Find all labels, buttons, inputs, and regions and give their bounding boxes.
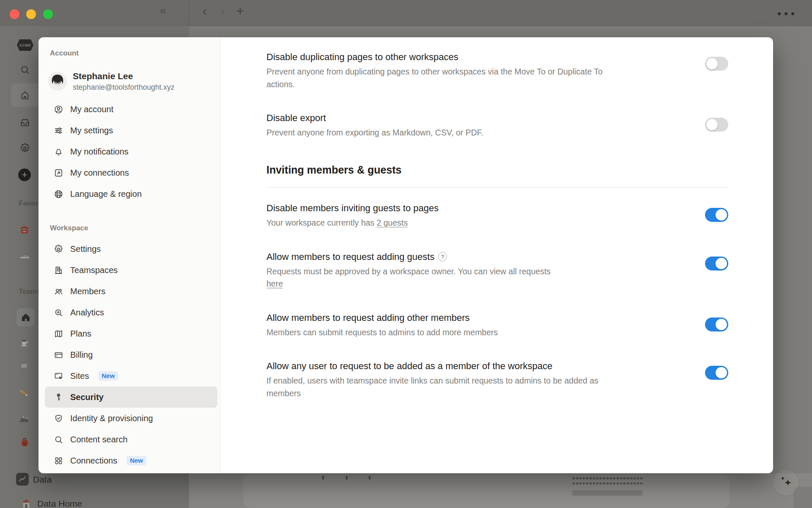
- sliders-icon: [54, 126, 63, 135]
- sidebar-item-my-notifications[interactable]: My notifications: [45, 141, 217, 162]
- setting-row-disable-duplicating: Disable duplicating pages to other works…: [266, 52, 728, 91]
- forward-icon[interactable]: ›: [221, 5, 225, 17]
- data-home-page-icon[interactable]: [21, 498, 32, 508]
- sidebar-item-my-account[interactable]: My account: [45, 99, 217, 120]
- grid-icon: [54, 456, 63, 466]
- avatar: [49, 72, 66, 90]
- mountain-page-icon[interactable]: [18, 412, 30, 424]
- sidebar-item-billing[interactable]: Billing: [45, 344, 217, 365]
- zoom-button[interactable]: [43, 9, 53, 19]
- globe-icon: [54, 189, 63, 199]
- data-page-icon[interactable]: [16, 473, 29, 486]
- workspace-logo[interactable]: ACME: [17, 39, 33, 51]
- new-page-icon[interactable]: +: [18, 168, 31, 181]
- setting-row-request-guests: Allow members to request adding guests? …: [266, 251, 728, 290]
- user-name: Stephanie Lee: [73, 71, 175, 82]
- section-divider: [266, 187, 728, 188]
- toggle-request-members[interactable]: [705, 318, 728, 331]
- user-profile[interactable]: Stephanie Lee stephanie@toolsforthought.…: [49, 69, 220, 94]
- sidebar-item-data[interactable]: Data: [33, 475, 52, 485]
- backpack-page-icon[interactable]: [19, 436, 30, 448]
- section-heading: Inviting members & guests: [266, 164, 728, 176]
- toggle-disable-export[interactable]: [705, 118, 728, 132]
- people-icon: [54, 287, 63, 296]
- key-icon: [54, 392, 63, 402]
- settings-dialog: Account Stephanie Lee stephanie@toolsfor…: [38, 37, 773, 473]
- setting-description: Prevent anyone from duplicating pages to…: [266, 66, 605, 91]
- sidebar-item-content-search[interactable]: Content search: [45, 429, 217, 450]
- toggle-disable-guest-invites[interactable]: [705, 208, 728, 222]
- inbox-icon[interactable]: [19, 117, 30, 128]
- setting-title: Disable members inviting guests to pages: [266, 203, 439, 214]
- back-icon[interactable]: ‹: [203, 5, 207, 17]
- person-circle-icon: [54, 105, 63, 114]
- setting-description: Prevent anyone from exporting as Markdow…: [266, 127, 483, 139]
- sidebar-item-sites[interactable]: SitesNew: [45, 365, 217, 387]
- phone-page-icon[interactable]: [19, 224, 30, 235]
- sparkle-icon: [777, 474, 794, 491]
- user-email: stephanie@toolsforthought.xyz: [73, 83, 175, 92]
- browser-cursor-icon: [54, 371, 63, 381]
- magnifier-icon: [54, 435, 63, 444]
- workspace-section-header: Workspace: [38, 224, 220, 232]
- requests-link[interactable]: here: [266, 279, 283, 288]
- toggle-request-guests[interactable]: [705, 257, 728, 271]
- setting-row-disable-guest-invites: Disable members inviting guests to pages…: [266, 203, 728, 229]
- window-titlebar: [0, 0, 812, 26]
- search-icon[interactable]: [19, 64, 30, 75]
- minimize-button[interactable]: [26, 9, 36, 19]
- new-tab-icon[interactable]: +: [236, 3, 244, 18]
- new-badge: New: [98, 371, 118, 381]
- sidebar-item-analytics[interactable]: Analytics: [45, 302, 217, 323]
- arrow-up-right-icon: [54, 168, 63, 178]
- dimmed-page-card: [243, 474, 730, 508]
- security-settings-panel: Disable duplicating pages to other works…: [220, 37, 773, 473]
- sidebar-item-connections[interactable]: ConnectionsNew: [45, 450, 217, 471]
- setting-title: Disable export: [266, 113, 483, 124]
- setting-title: Allow members to request adding other me…: [266, 312, 498, 323]
- close-button[interactable]: [10, 9, 19, 19]
- laptop-page-icon[interactable]: [18, 361, 30, 373]
- gear-icon: [54, 244, 63, 254]
- settings-gear-icon[interactable]: [19, 143, 30, 154]
- pencil-page-icon[interactable]: [19, 387, 30, 399]
- help-icon[interactable]: ?: [438, 252, 447, 261]
- new-badge: New: [126, 456, 146, 465]
- toggle-disable-duplicating[interactable]: [705, 57, 728, 71]
- map-icon: [54, 329, 63, 339]
- sidebar-item-settings[interactable]: Settings: [45, 238, 217, 260]
- sidebar-item-data-home[interactable]: Data Home: [37, 499, 82, 508]
- settings-sidebar: Account Stephanie Lee stephanie@toolsfor…: [38, 37, 220, 473]
- collapse-sidebar-icon[interactable]: «: [160, 5, 165, 17]
- setting-title: Allow any user to request to be added as…: [266, 361, 605, 372]
- sidebar-item-teamspaces[interactable]: Teamspaces: [45, 260, 217, 281]
- setting-row-disable-export: Disable export Prevent anyone from expor…: [266, 113, 728, 139]
- teamspace-home-icon[interactable]: [21, 312, 31, 323]
- account-section-header: Account: [38, 49, 220, 58]
- sidebar-item-my-connections[interactable]: My connections: [45, 162, 217, 183]
- ai-sparkle-button[interactable]: [772, 469, 799, 496]
- guests-count-link[interactable]: 2 guests: [377, 218, 408, 227]
- home-icon[interactable]: [19, 90, 30, 101]
- setting-row-any-user-request: Allow any user to request to be added as…: [266, 361, 728, 400]
- setting-title: Allow members to request adding guests?: [266, 251, 551, 262]
- sidebar-item-language-region[interactable]: Language & region: [45, 183, 217, 204]
- sidebar-item-members[interactable]: Members: [45, 281, 217, 302]
- sidebar-item-identity-provisioning[interactable]: Identity & provisioning: [45, 408, 217, 429]
- magnifier-plus-icon: [54, 308, 63, 318]
- sidebar-item-my-settings[interactable]: My settings: [45, 120, 217, 141]
- sidebar-item-plans[interactable]: Plans: [45, 323, 217, 344]
- coffee-page-icon[interactable]: [19, 337, 30, 348]
- more-menu-icon[interactable]: [778, 12, 794, 15]
- building-icon: [54, 265, 63, 275]
- setting-title: Disable duplicating pages to other works…: [266, 52, 605, 63]
- credit-card-icon: [54, 350, 63, 360]
- sidebar-item-security[interactable]: Security: [45, 387, 217, 408]
- sneaker-page-icon[interactable]: [19, 248, 30, 260]
- setting-description: Your workspace currently has 2 guests: [266, 217, 439, 229]
- shield-check-icon: [54, 414, 63, 423]
- setting-description: Members can submit requests to admins to…: [266, 326, 498, 339]
- setting-description: Requests must be approved by a workspace…: [266, 265, 551, 290]
- toggle-any-user-request[interactable]: [705, 366, 728, 380]
- setting-row-request-members: Allow members to request adding other me…: [266, 312, 728, 339]
